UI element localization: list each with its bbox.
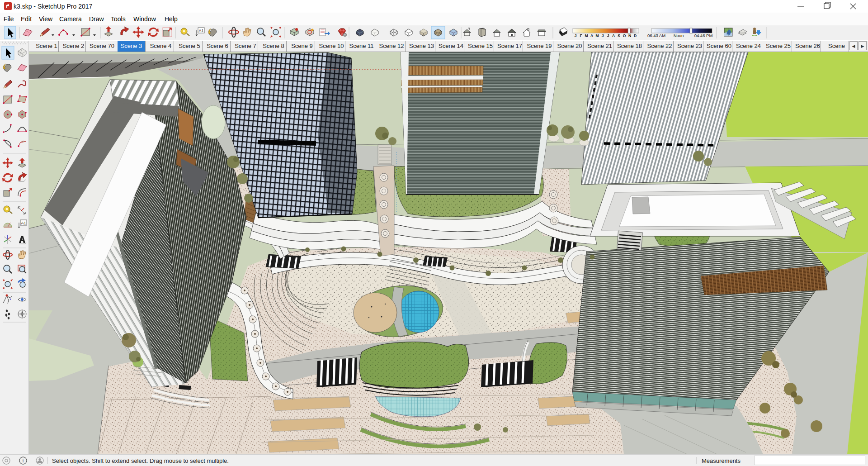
svg-text:i: i <box>22 458 24 463</box>
svg-text:J: J <box>575 33 577 38</box>
svg-text:06:43 AM: 06:43 AM <box>647 33 665 38</box>
svg-text:N: N <box>628 33 631 38</box>
svg-text:J: J <box>602 33 604 38</box>
svg-text:F: F <box>580 33 582 38</box>
svg-text:A: A <box>612 33 615 38</box>
svg-text:04:46 PM: 04:46 PM <box>694 33 713 38</box>
svg-text:A1: A1 <box>198 29 203 33</box>
svg-text:D: D <box>634 33 637 38</box>
svg-text:M: M <box>585 33 588 38</box>
svg-text:M: M <box>595 33 599 38</box>
svg-text:A1: A1 <box>21 221 26 225</box>
svg-text:J: J <box>607 33 609 38</box>
svg-text:Noon: Noon <box>674 33 684 38</box>
svg-text:A: A <box>590 33 593 38</box>
svg-text:S: S <box>618 33 620 38</box>
svg-text:O: O <box>623 33 626 38</box>
